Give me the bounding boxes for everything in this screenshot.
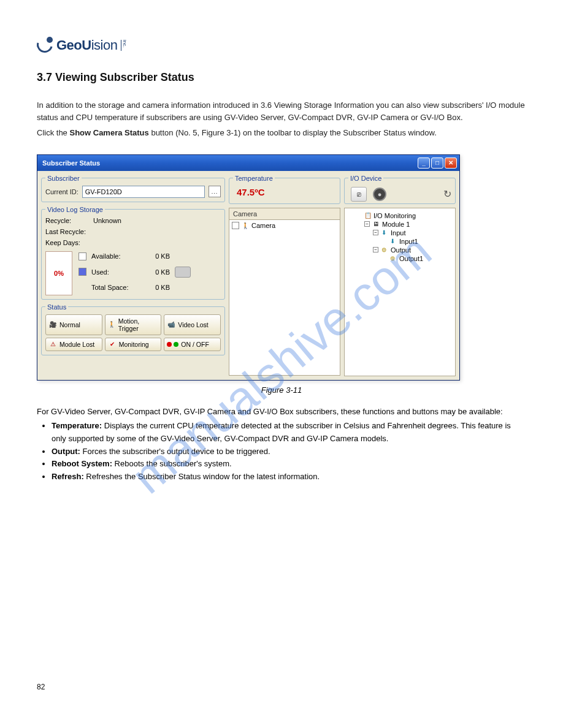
status-motion-button[interactable]: Motion, Trigger [105, 314, 162, 335]
paragraph-after-figure: For GV-Video Server, GV-Compact DVR, GV-… [37, 406, 526, 418]
onoff-icon [167, 342, 178, 347]
module-icon [373, 221, 380, 227]
maximize-button[interactable]: □ [431, 157, 443, 169]
camera-checkbox[interactable] [232, 222, 239, 229]
video-lost-icon [167, 321, 175, 328]
status-group: Status Normal Motion, Trigger Video L [41, 303, 225, 355]
camera-list-header: Camera [229, 208, 340, 219]
output-icon [381, 246, 389, 253]
keepdays-label: Keep Days: [45, 239, 88, 246]
output-button[interactable]: ⎚ [351, 187, 367, 202]
camera-list[interactable]: Camera [229, 219, 340, 376]
refresh-icon [443, 191, 451, 199]
figure-caption: Figure 3-11 [37, 385, 526, 395]
logo-text: GeoUision [56, 37, 117, 53]
video-log-storage-group: Video Log Storage Recycle: Unknown Last … [41, 206, 225, 300]
temperature-group: Temperature 47.5ºC [229, 175, 340, 204]
bullet-list: Temperature: Displays the current CPU te… [37, 420, 526, 483]
page-number: 82 [37, 683, 45, 691]
used-swatch-icon [79, 268, 86, 276]
output-icon: ⎚ [357, 191, 361, 198]
storage-bar-chart: 0% [45, 251, 72, 295]
reboot-icon: ● [378, 191, 382, 198]
expand-icon[interactable]: − [364, 221, 370, 227]
intro-paragraph-1: In addition to the storage and camera in… [37, 99, 526, 123]
module-lost-icon [48, 341, 57, 348]
lastrecycle-label: Last Recycle: [45, 228, 88, 235]
used-value: 0 KB [139, 268, 170, 276]
tree-module[interactable]: − Module 1 [364, 221, 453, 228]
tree-output1[interactable]: Output1 [381, 255, 453, 262]
temperature-legend: Temperature [233, 175, 275, 182]
camera-item-label: Camera [251, 222, 275, 229]
motion-icon [108, 321, 116, 328]
expand-icon[interactable]: − [373, 247, 378, 252]
refresh-button[interactable] [443, 188, 451, 200]
io-tree[interactable]: I/O Monitoring − Module 1 [344, 208, 456, 376]
subscriber-group: Subscriber Current ID: ... [41, 175, 225, 202]
tree-root[interactable]: I/O Monitoring [356, 212, 453, 219]
close-button[interactable]: ✕ [445, 157, 457, 169]
titlebar[interactable]: Subscriber Status _ □ ✕ [37, 155, 459, 171]
temperature-value: 47.5ºC [233, 186, 336, 197]
person-icon [242, 222, 249, 229]
status-onoff-button[interactable]: ON / OFF [164, 338, 221, 351]
brand-logo: GeoUision inc. [37, 37, 526, 54]
status-video-lost-button[interactable]: Video Lost [164, 314, 221, 335]
logo-inc: inc. [121, 40, 128, 51]
browse-button[interactable]: ... [209, 186, 221, 197]
input-icon [390, 238, 397, 245]
camera-icon [48, 321, 57, 328]
io-device-group: I/O Device ⎚ ● [344, 175, 456, 204]
intro-paragraph-2: Click the Show Camera Status button (No.… [37, 127, 526, 139]
status-module-lost-button[interactable]: Module Lost [45, 338, 102, 351]
current-id-input[interactable] [82, 186, 205, 198]
minimize-button[interactable]: _ [418, 157, 430, 169]
dialog-title: Subscriber Status [42, 159, 418, 167]
section-heading: 3.7 Viewing Subscriber Status [37, 71, 526, 84]
total-value: 0 KB [139, 284, 170, 291]
available-label: Available: [91, 252, 134, 260]
storage-legend: Video Log Storage [45, 206, 105, 213]
available-value: 0 KB [139, 252, 170, 260]
tree-output-group[interactable]: − Output [373, 246, 453, 254]
io-monitoring-icon [364, 212, 372, 219]
logo-mark-icon [37, 37, 54, 54]
monitoring-icon [108, 341, 117, 348]
status-normal-button[interactable]: Normal [45, 314, 102, 335]
expand-icon[interactable]: − [373, 230, 378, 235]
used-label: Used: [91, 268, 134, 276]
recycle-value: Unknown [93, 217, 121, 224]
output-icon [390, 255, 397, 262]
input-icon [381, 229, 389, 236]
status-monitoring-button[interactable]: Monitoring [105, 338, 162, 351]
tree-input-group[interactable]: − Input [373, 229, 453, 237]
status-legend: Status [45, 303, 68, 311]
current-id-label: Current ID: [45, 188, 79, 195]
io-device-legend: I/O Device [348, 175, 383, 182]
subscriber-status-dialog: Subscriber Status _ □ ✕ Subscriber Curre… [37, 154, 460, 381]
subscriber-legend: Subscriber [45, 175, 82, 182]
tree-input1[interactable]: Input1 [381, 238, 453, 245]
disk-icon [175, 267, 191, 278]
recycle-label: Recycle: [45, 217, 88, 224]
available-swatch-icon [79, 252, 86, 260]
total-label: Total Space: [91, 284, 134, 291]
reboot-button[interactable]: ● [373, 188, 386, 201]
list-item[interactable]: Camera [229, 220, 340, 231]
